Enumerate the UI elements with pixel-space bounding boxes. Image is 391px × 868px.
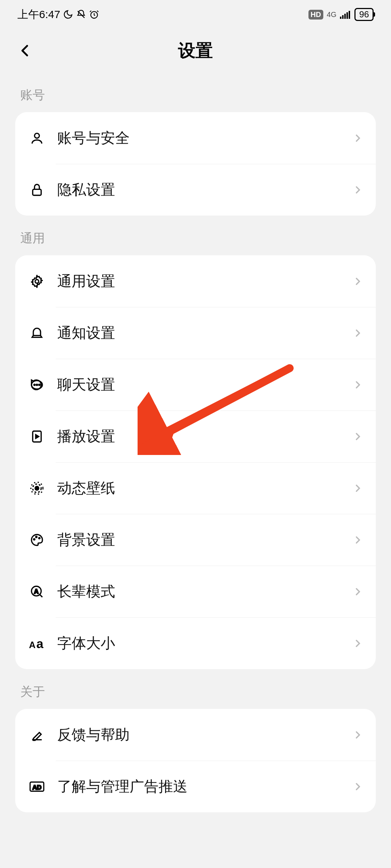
moon-icon (63, 9, 73, 20)
edit-icon (28, 726, 46, 744)
chevron-right-icon (353, 782, 363, 792)
chat-icon (28, 376, 46, 393)
row-ads[interactable]: AD 了解与管理广告推送 (15, 761, 376, 812)
row-notification[interactable]: 通知设置 (15, 307, 376, 359)
svg-point-8 (35, 280, 39, 283)
row-label: 长辈模式 (57, 582, 353, 601)
svg-point-19 (36, 536, 37, 537)
row-elder-mode[interactable]: A 长辈模式 (15, 566, 376, 617)
ad-icon: AD (28, 778, 46, 795)
row-feedback[interactable]: 反馈与帮助 (15, 709, 376, 761)
svg-text:A: A (29, 639, 35, 650)
user-icon (28, 129, 46, 147)
svg-text:a: a (36, 637, 43, 650)
chevron-right-icon (353, 276, 363, 286)
row-general-settings[interactable]: 通用设置 (15, 255, 376, 307)
battery-indicator: 96 (354, 8, 374, 21)
mute-icon (76, 9, 86, 20)
section-account: 账号与安全 隐私设置 (15, 112, 376, 216)
row-chat[interactable]: 聊天设置 (15, 359, 376, 410)
row-label: 账号与安全 (57, 128, 353, 148)
palette-icon (28, 531, 46, 549)
chevron-right-icon (353, 133, 363, 143)
row-label: 动态壁纸 (57, 478, 353, 498)
row-label: 通用设置 (57, 271, 353, 291)
svg-rect-7 (33, 189, 41, 195)
status-bar: 上午6:47 HD 4G 96 (0, 0, 391, 29)
bell-icon (28, 324, 46, 342)
row-label: 播放设置 (57, 426, 353, 446)
alarm-icon (89, 9, 99, 20)
svg-rect-3 (344, 14, 346, 19)
signal-icon (340, 10, 351, 19)
chevron-right-icon (353, 185, 363, 195)
svg-point-6 (34, 133, 39, 138)
svg-point-20 (39, 537, 40, 539)
svg-text:AD: AD (33, 783, 42, 791)
row-label: 字体大小 (57, 633, 353, 653)
font-size-icon: Aa (28, 635, 46, 652)
row-live-wallpaper[interactable]: 动态壁纸 (15, 462, 376, 514)
svg-rect-5 (349, 11, 350, 19)
svg-point-11 (39, 384, 40, 385)
status-time: 上午6:47 (17, 7, 60, 22)
section-header-about: 关于 (0, 669, 391, 709)
chevron-right-icon (353, 587, 363, 597)
svg-point-15 (35, 486, 39, 490)
play-icon (28, 428, 46, 445)
row-playback[interactable]: 播放设置 (15, 410, 376, 462)
svg-rect-2 (342, 15, 344, 19)
svg-point-18 (34, 539, 35, 540)
network-label: 4G (327, 11, 337, 18)
page-title: 设置 (178, 39, 213, 62)
chevron-right-icon (353, 328, 363, 338)
chevron-right-icon (353, 730, 363, 740)
section-header-general: 通用 (0, 216, 391, 255)
row-label: 通知设置 (57, 323, 353, 343)
live-wallpaper-icon (28, 480, 46, 497)
chevron-right-icon (353, 431, 363, 442)
row-label: 了解与管理广告推送 (57, 776, 353, 796)
row-account-security[interactable]: 账号与安全 (15, 112, 376, 164)
row-label: 聊天设置 (57, 375, 353, 395)
hd-badge: HD (308, 10, 323, 20)
chevron-right-icon (353, 535, 363, 545)
chevron-right-icon (353, 638, 363, 648)
row-font-size[interactable]: Aa 字体大小 (15, 617, 376, 669)
row-background[interactable]: 背景设置 (15, 514, 376, 566)
svg-text:A: A (34, 588, 38, 595)
row-label: 背景设置 (57, 530, 353, 550)
chevron-right-icon (353, 483, 363, 493)
svg-point-9 (34, 384, 35, 385)
section-about: 反馈与帮助 AD 了解与管理广告推送 (15, 709, 376, 812)
row-label: 隐私设置 (57, 180, 353, 200)
row-privacy[interactable]: 隐私设置 (15, 164, 376, 216)
svg-rect-1 (340, 17, 341, 19)
svg-point-10 (36, 384, 37, 385)
chevron-right-icon (353, 380, 363, 390)
page-header: 设置 (0, 29, 391, 72)
svg-marker-14 (36, 435, 39, 438)
section-general: 通用设置 通知设置 聊天设置 播放设置 动态壁纸 背景设置 (15, 255, 376, 669)
back-button[interactable] (14, 40, 36, 61)
svg-rect-4 (346, 12, 348, 19)
gear-icon (28, 273, 46, 290)
magnify-a-icon: A (28, 583, 46, 600)
row-label: 反馈与帮助 (57, 725, 353, 745)
section-header-account: 账号 (0, 72, 391, 112)
lock-icon (28, 181, 46, 199)
